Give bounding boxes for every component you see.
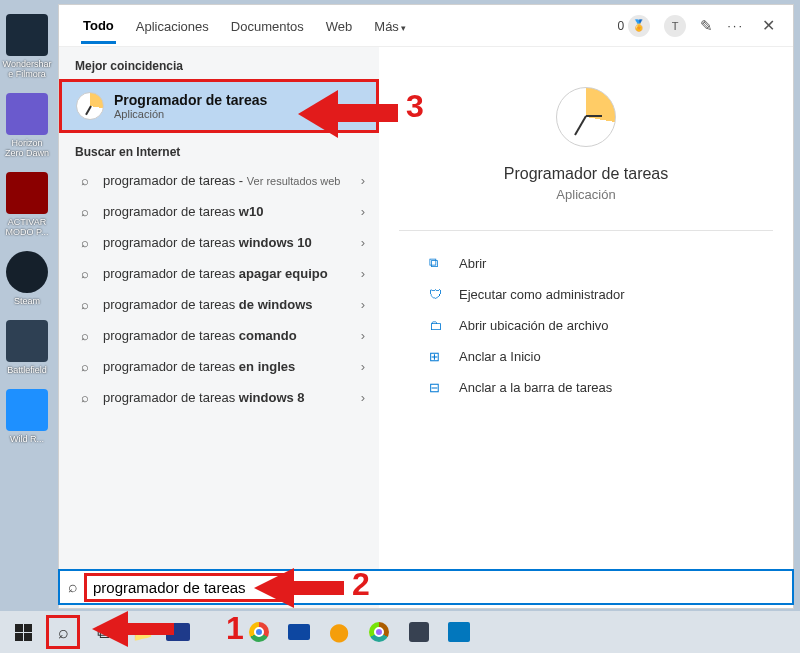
best-match-title: Programador de tareas [114, 92, 267, 108]
chevron-right-icon: › [361, 328, 365, 343]
taskbar-app[interactable]: 📁 [126, 615, 160, 649]
web-result[interactable]: ⌕ programador de tareas en ingles › [59, 351, 379, 382]
action-open-location[interactable]: 🗀Abrir ubicación de archivo [429, 310, 773, 341]
search-topbar: Todo Aplicaciones Documentos Web Más 0🏅 … [59, 5, 793, 47]
web-result[interactable]: ⌕ programador de tareas windows 8 › [59, 382, 379, 413]
pin-start-icon: ⊞ [429, 349, 447, 364]
search-icon: ⌕ [77, 266, 93, 281]
folder-icon: 🗀 [429, 318, 447, 333]
search-icon: ⌕ [68, 578, 78, 596]
search-icon: ⌕ [77, 173, 93, 188]
web-result[interactable]: ⌕ programador de tareas comando › [59, 320, 379, 351]
search-icon: ⌕ [77, 359, 93, 374]
task-view-icon[interactable]: ⧉ [86, 615, 120, 649]
desktop-icon[interactable]: Wondershare Filmora [2, 14, 52, 79]
chevron-right-icon: › [361, 235, 365, 250]
task-scheduler-icon [556, 87, 616, 147]
search-icon: ⌕ [77, 204, 93, 219]
avatar[interactable]: T [664, 15, 686, 37]
desktop-icon[interactable]: Wild R... [2, 389, 52, 444]
preview-title: Programador de tareas [399, 165, 773, 183]
taskbar-app[interactable]: ⬤ [322, 615, 356, 649]
desktop-icon[interactable]: Battlefield [2, 320, 52, 375]
action-pin-taskbar[interactable]: ⊟Anclar a la barra de tareas [429, 372, 773, 403]
preview-actions: ⧉Abrir 🛡Ejecutar como administrador 🗀Abr… [429, 247, 773, 403]
annotation-box-2 [84, 573, 292, 602]
taskbar: ⌕ ⧉ 📁 ⬤ [0, 611, 800, 653]
search-icon: ⌕ [77, 390, 93, 405]
taskbar-chrome[interactable] [242, 615, 276, 649]
chevron-right-icon: › [361, 266, 365, 281]
annotation-number-2: 2 [352, 566, 370, 603]
taskbar-app[interactable] [362, 615, 396, 649]
taskbar-app[interactable] [442, 615, 476, 649]
preview-subtitle: Aplicación [399, 187, 773, 202]
close-icon[interactable]: ✕ [758, 16, 779, 35]
action-pin-start[interactable]: ⊞Anclar a Inicio [429, 341, 773, 372]
tab-docs[interactable]: Documentos [229, 9, 306, 42]
taskbar-search-icon[interactable]: ⌕ [46, 615, 80, 649]
chevron-right-icon: › [361, 359, 365, 374]
admin-icon: 🛡 [429, 287, 447, 302]
search-icon: ⌕ [77, 297, 93, 312]
web-result[interactable]: ⌕ programador de tareas apagar equipo › [59, 258, 379, 289]
tab-row: Todo Aplicaciones Documentos Web Más [67, 8, 617, 44]
search-panel: Todo Aplicaciones Documentos Web Más 0🏅 … [58, 4, 794, 609]
medal-icon: 🏅 [628, 15, 650, 37]
desktop-icon[interactable]: Horizon Zero Dawn [2, 93, 52, 158]
top-right: 0🏅 T ✎ ··· ✕ [617, 15, 785, 37]
taskbar-virtualbox[interactable] [402, 615, 436, 649]
preview-pane: Programador de tareas Aplicación ⧉Abrir … [379, 47, 793, 608]
search-box[interactable]: ⌕ [58, 569, 794, 605]
feedback-icon[interactable]: ✎ [700, 17, 713, 35]
desktop-icon[interactable]: ACTIVAR MODO P... [2, 172, 52, 237]
search-icon: ⌕ [77, 235, 93, 250]
more-icon[interactable]: ··· [727, 18, 744, 33]
web-result[interactable]: ⌕ programador de tareas w10 › [59, 196, 379, 227]
tab-web[interactable]: Web [324, 9, 355, 42]
search-icon: ⌕ [77, 328, 93, 343]
best-match-subtitle: Aplicación [114, 108, 267, 120]
web-result[interactable]: ⌕ programador de tareas windows 10 › [59, 227, 379, 258]
desktop-icons: Wondershare Filmora Horizon Zero Dawn AC… [0, 10, 60, 458]
taskbar-app[interactable] [166, 623, 190, 641]
web-result[interactable]: ⌕ programador de tareas - Ver resultados… [59, 165, 379, 196]
results-column: Mejor coincidencia Programador de tareas… [59, 47, 379, 608]
tab-all[interactable]: Todo [81, 8, 116, 44]
open-icon: ⧉ [429, 255, 447, 271]
start-button[interactable] [6, 615, 40, 649]
chevron-right-icon: › [361, 204, 365, 219]
action-run-as-admin[interactable]: 🛡Ejecutar como administrador [429, 279, 773, 310]
pin-taskbar-icon: ⊟ [429, 380, 447, 395]
chevron-right-icon: › [361, 390, 365, 405]
taskbar-app[interactable] [282, 615, 316, 649]
action-open[interactable]: ⧉Abrir [429, 247, 773, 279]
tab-apps[interactable]: Aplicaciones [134, 9, 211, 42]
section-web: Buscar en Internet [59, 133, 379, 165]
tab-more[interactable]: Más [372, 9, 408, 42]
chevron-right-icon: › [361, 297, 365, 312]
web-result[interactable]: ⌕ programador de tareas de windows › [59, 289, 379, 320]
section-best-match: Mejor coincidencia [59, 47, 379, 79]
search-input[interactable] [91, 577, 285, 598]
best-match-item[interactable]: Programador de tareas Aplicación [59, 79, 379, 133]
chevron-right-icon: › [361, 173, 365, 188]
annotation-number-1: 1 [226, 610, 244, 647]
task-scheduler-icon [76, 92, 104, 120]
desktop-icon[interactable]: Steam [2, 251, 52, 306]
annotation-number-3: 3 [406, 88, 424, 125]
rewards-badge[interactable]: 0🏅 [617, 15, 650, 37]
